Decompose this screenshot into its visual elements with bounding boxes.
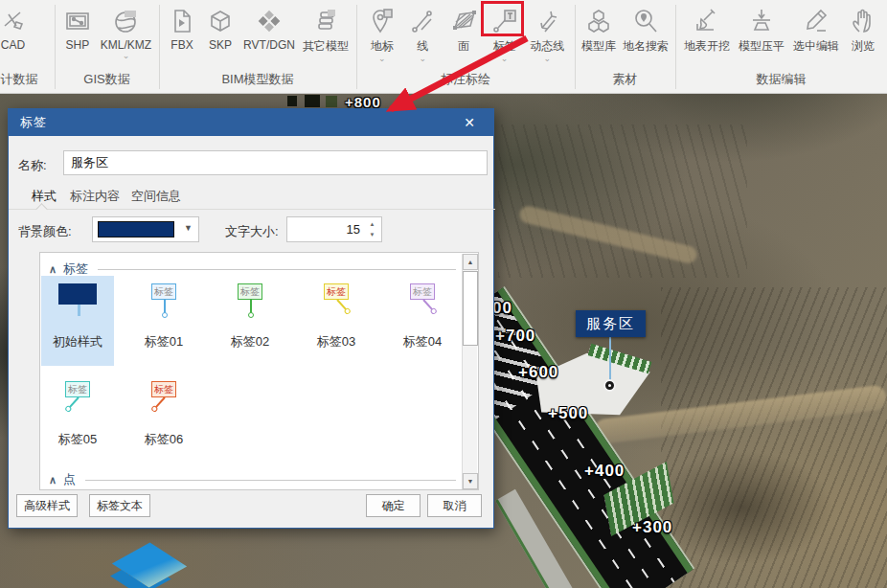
- label-text-button[interactable]: 标签文本: [89, 494, 150, 517]
- style-preview-stem: [250, 300, 252, 313]
- toolbar-item-fbx[interactable]: FBX: [167, 4, 197, 52]
- style-tile-05[interactable]: 标签 标签05: [41, 373, 114, 464]
- line-icon: [407, 6, 438, 36]
- dropdown-caret-icon: ▼: [184, 223, 193, 233]
- toolbar-item-polygon[interactable]: 面: [448, 4, 479, 55]
- bg-color-dropdown[interactable]: ▼: [92, 216, 199, 242]
- dialog-title: 标签: [20, 114, 47, 131]
- toolbar-item-dynamic-line[interactable]: 动态线 ⌄: [530, 4, 564, 62]
- toolbar-item-rvt-dgn[interactable]: RVT/DGN: [243, 4, 295, 52]
- toolbar-item-label: CAD: [1, 38, 25, 52]
- annotation-highlight-box: [481, 1, 524, 36]
- toolbar-item-label: 其它模型: [303, 38, 349, 55]
- toolbar-item-line[interactable]: 线 ⌄: [407, 4, 438, 62]
- toolbar-group-annotation: 地标 ⌄ 线 ⌄ 面: [356, 0, 575, 94]
- tab-spatial-info[interactable]: 空间信息: [131, 188, 181, 205]
- chevron-down-icon[interactable]: ⌄: [544, 56, 552, 62]
- advanced-style-button[interactable]: 高级样式: [16, 494, 78, 517]
- style-preview: 标签: [410, 283, 435, 300]
- terrain-trees: [326, 96, 337, 107]
- close-icon[interactable]: ✕: [455, 109, 484, 136]
- toolbar-item-label: SKP: [209, 38, 232, 52]
- style-name: 标签05: [58, 431, 97, 448]
- spinner-up-icon[interactable]: ▲: [365, 219, 379, 230]
- bg-color-label: 背景颜色:: [18, 223, 72, 240]
- toolbar-group-label: 数据编辑: [675, 71, 887, 88]
- station-marker: +500: [548, 404, 588, 423]
- map-label-leader-line: [609, 337, 611, 381]
- station-marker: 00: [492, 299, 512, 318]
- other-model-icon: [310, 6, 341, 36]
- ok-button[interactable]: 确定: [366, 494, 421, 517]
- style-tile-06[interactable]: 标签 标签06: [127, 373, 200, 464]
- collapse-icon[interactable]: ∧: [49, 474, 57, 486]
- toolbar-item-select-edit[interactable]: 选中编辑: [793, 4, 839, 55]
- active-tab-notch: [35, 203, 48, 215]
- toolbar-item-cad[interactable]: CAD: [0, 4, 29, 52]
- style-tile-04[interactable]: 标签 标签04: [386, 276, 459, 366]
- chevron-down-icon[interactable]: ⌄: [378, 56, 386, 62]
- terrain-trees: [287, 96, 297, 106]
- station-marker: +600: [518, 363, 558, 382]
- blue-roof-building: [112, 542, 187, 587]
- tab-style[interactable]: 样式: [32, 188, 57, 205]
- toolbar-group-label: 标注标绘: [356, 71, 575, 88]
- toolbar-item-label: 模型库: [581, 38, 616, 55]
- chevron-down-icon[interactable]: ⌄: [123, 53, 130, 59]
- toolbar-item-other-model[interactable]: 其它模型: [303, 4, 349, 55]
- section-header-point[interactable]: ∧ 点: [49, 471, 456, 488]
- terrain-excavate-icon: [692, 6, 722, 36]
- label-dialog: 标签 ✕ 名称: 样式 标注内容 空间信息 背景颜色: ▼ 文字大小: 15 ▲…: [8, 108, 494, 529]
- map-label-anchor-point: [603, 379, 616, 392]
- style-tile-01[interactable]: 标签 标签01: [127, 276, 200, 366]
- style-name: 标签03: [317, 333, 355, 351]
- style-tile-03[interactable]: 标签 标签03: [300, 276, 373, 366]
- toolbar-item-landmark[interactable]: 地标 ⌄: [367, 4, 398, 62]
- toolbar-item-model-library[interactable]: 模型库: [581, 4, 616, 55]
- style-tile-02[interactable]: 标签 标签02: [214, 276, 286, 366]
- style-preview: 标签: [324, 283, 349, 300]
- toolbar-item-kml-kmz[interactable]: KML/KMZ ⌄: [101, 4, 151, 59]
- collapse-icon[interactable]: ∧: [49, 263, 57, 276]
- tab-annotation-content[interactable]: 标注内容: [70, 188, 120, 205]
- toolbar-item-label: 选中编辑: [793, 38, 839, 55]
- style-tile-initial[interactable]: 初始样式: [41, 276, 114, 366]
- toolbar-item-model-flatten[interactable]: 模型压平: [739, 4, 785, 55]
- dialog-titlebar[interactable]: 标签 ✕: [9, 109, 493, 136]
- toolbar-item-skp[interactable]: SKP: [205, 4, 236, 52]
- scroll-up-icon[interactable]: ▲: [463, 254, 478, 270]
- toolbar-group-design-data: CAD 设计数据: [0, 0, 55, 94]
- section-divider: [85, 480, 456, 481]
- browse-icon: [848, 6, 878, 36]
- scroll-down-icon[interactable]: ▼: [463, 473, 478, 489]
- toolbar-item-shp[interactable]: SHP: [62, 4, 93, 52]
- toolbar-item-label: KML/KMZ: [101, 38, 151, 52]
- cad-icon: [0, 6, 29, 36]
- vertical-scrollbar[interactable]: ▲ ▼: [462, 254, 477, 489]
- lane-line: [467, 310, 659, 588]
- spinner-down-icon[interactable]: ▼: [365, 230, 379, 240]
- name-input[interactable]: [63, 150, 488, 175]
- map-label-service-area[interactable]: 服务区: [576, 310, 646, 337]
- style-name: 标签01: [145, 333, 183, 351]
- scrollbar-thumb[interactable]: [463, 271, 478, 346]
- toolbar-item-label: RVT/DGN: [243, 38, 295, 52]
- chevron-down-icon[interactable]: ⌄: [501, 56, 509, 62]
- toolbar-item-label: 线: [417, 38, 428, 55]
- app-window: +800 00 +700 +600 +500 +400 +300 服务区 CAD: [0, 0, 887, 588]
- toolbar-group-gis-data: SHP KML/KMZ ⌄ GIS数据: [55, 0, 159, 94]
- chevron-down-icon[interactable]: ⌄: [420, 56, 427, 62]
- tab-separator-line: [9, 209, 495, 210]
- toolbar-group-bim-data: FBX SKP RVT/DGN: [159, 0, 356, 94]
- station-marker: +400: [584, 462, 625, 481]
- cancel-button[interactable]: 取消: [427, 494, 482, 517]
- style-preview: [58, 283, 97, 305]
- toolbar-item-place-search[interactable]: 地名搜索: [623, 4, 669, 55]
- style-preview-stem: [422, 299, 433, 310]
- toolbar-item-label: 动态线: [530, 38, 564, 55]
- toolbar-item-label: 标签: [493, 38, 516, 55]
- toolbar-item-label: 地标: [371, 38, 394, 55]
- toolbar-item-browse[interactable]: 浏览: [848, 4, 878, 55]
- toolbar-item-terrain-excavate[interactable]: 地表开挖: [684, 4, 730, 55]
- font-size-spinner[interactable]: 15 ▲ ▼: [286, 216, 382, 242]
